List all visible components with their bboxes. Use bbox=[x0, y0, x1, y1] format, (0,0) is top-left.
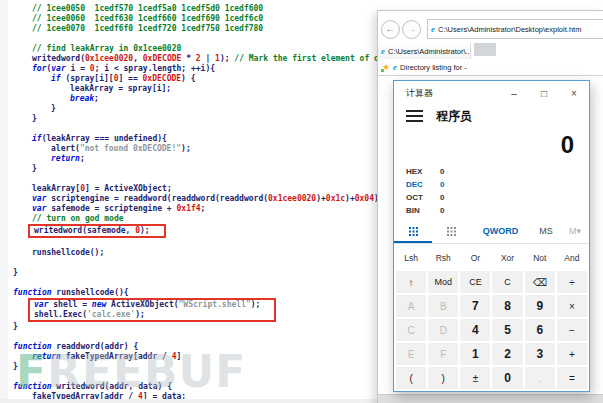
calc-key-hex-a[interactable]: A bbox=[396, 295, 426, 317]
calc-key-rsh[interactable]: Rsh bbox=[428, 247, 458, 269]
new-tab-button[interactable] bbox=[474, 43, 496, 56]
calc-key-and[interactable]: And bbox=[557, 247, 587, 269]
radix-panel: HEX0DEC0OCT0BIN0 bbox=[394, 165, 589, 217]
calc-key-multiply[interactable]: × bbox=[557, 295, 587, 317]
calc-key-hex-d[interactable]: D bbox=[428, 319, 458, 341]
calc-key-one[interactable]: 1 bbox=[460, 343, 490, 365]
calc-key-equals[interactable]: = bbox=[557, 367, 587, 389]
calc-menu-row: 程序员 bbox=[394, 105, 589, 127]
address-text: C:\Users\Administrator\Desktop\exploit.h… bbox=[438, 25, 581, 34]
calc-mode-label: 程序员 bbox=[436, 108, 472, 125]
screenshot-root: // 1cee0050 1cedf570 1cedf5a0 1cedf5d0 1… bbox=[0, 0, 603, 403]
calc-key-eight[interactable]: 8 bbox=[492, 295, 522, 317]
calc-key-seven[interactable]: 7 bbox=[460, 295, 490, 317]
window-bottom-edge bbox=[378, 394, 603, 403]
calc-key-clear-entry[interactable]: CE bbox=[460, 271, 490, 293]
radix-value-oct: 0 bbox=[440, 193, 444, 202]
memory-menu-button[interactable]: M▾ bbox=[561, 226, 589, 236]
radix-value-bin: 0 bbox=[440, 206, 444, 215]
back-button[interactable]: ← bbox=[381, 20, 400, 39]
calc-key-zero[interactable]: 0 bbox=[492, 367, 522, 389]
forward-button[interactable]: → bbox=[402, 20, 421, 39]
radix-row-dec[interactable]: DEC0 bbox=[406, 178, 589, 191]
calc-key-two[interactable]: 2 bbox=[492, 343, 522, 365]
calc-key-mod[interactable]: Mod bbox=[428, 271, 458, 293]
calc-key-subtract[interactable]: − bbox=[557, 319, 587, 341]
word-size-button[interactable]: QWORD bbox=[470, 226, 531, 236]
favorites-star-icon[interactable]: ★ bbox=[382, 63, 390, 72]
calc-key-nine[interactable]: 9 bbox=[525, 295, 555, 317]
maximize-button[interactable]: □ bbox=[529, 88, 559, 99]
calc-key-close-paren[interactable]: ) bbox=[428, 367, 458, 389]
favorites-page-icon: e bbox=[393, 63, 397, 72]
ie-page-icon: e bbox=[431, 25, 435, 34]
radix-row-oct[interactable]: OCT0 bbox=[406, 191, 589, 204]
calc-key-negate[interactable]: ± bbox=[460, 367, 490, 389]
calc-key-xor[interactable]: Xor bbox=[492, 247, 522, 269]
calc-key-five[interactable]: 5 bbox=[492, 319, 522, 341]
address-bar[interactable]: e C:\Users\Administrator\Desktop\exploit… bbox=[427, 19, 603, 39]
calc-key-hex-e[interactable]: E bbox=[396, 343, 426, 365]
radix-value-hex: 0 bbox=[440, 167, 444, 176]
tab-bar: e C:\Users\Administrator\... × bbox=[378, 43, 603, 59]
calc-key-hex-c[interactable]: C bbox=[396, 319, 426, 341]
calc-key-divide[interactable]: ÷ bbox=[557, 271, 587, 293]
calc-key-decimal[interactable]: . bbox=[525, 367, 555, 389]
red-highlight-box: var shell = new ActiveXObject("WScript.s… bbox=[28, 298, 276, 322]
full-keypad-icon[interactable] bbox=[394, 219, 432, 243]
favorites-link[interactable]: Directory listing for - bbox=[400, 63, 467, 72]
favorites-bar: ★ e Directory listing for - bbox=[378, 60, 603, 76]
calc-key-clear[interactable]: C bbox=[492, 271, 522, 293]
calc-key-four[interactable]: 4 bbox=[460, 319, 490, 341]
calc-key-open-paren[interactable]: ( bbox=[396, 367, 426, 389]
radix-row-bin[interactable]: BIN0 bbox=[406, 204, 589, 217]
calc-toolbar: QWORD MS M▾ bbox=[394, 219, 589, 244]
calc-key-shift-up[interactable]: ↑ bbox=[396, 271, 426, 293]
code-line: writedword(safemode, 0); bbox=[30, 226, 150, 236]
memory-store-button[interactable]: MS bbox=[531, 226, 561, 236]
calc-key-hex-f[interactable]: F bbox=[428, 343, 458, 365]
calc-key-lsh[interactable]: Lsh bbox=[396, 247, 426, 269]
calc-key-six[interactable]: 6 bbox=[525, 319, 555, 341]
window-controls: – □ × bbox=[499, 88, 589, 99]
calc-key-or[interactable]: Or bbox=[460, 247, 490, 269]
hamburger-menu-icon[interactable] bbox=[406, 110, 423, 122]
browser-tab[interactable]: e C:\Users\Administrator\... × bbox=[378, 43, 471, 59]
calc-title: 计算器 bbox=[406, 87, 433, 100]
calc-display: 0 bbox=[394, 127, 589, 163]
ie-tab-icon: e bbox=[381, 47, 385, 56]
calculator-window: 计算器 – □ × 程序员 0 HEX0DEC0OCT0BIN0 QWORD M… bbox=[393, 80, 590, 392]
tab-title: C:\Users\Administrator\... bbox=[388, 47, 471, 56]
calc-titlebar: 计算器 – □ × bbox=[394, 81, 589, 105]
calc-key-not[interactable]: Not bbox=[525, 247, 555, 269]
bit-toggle-keypad-icon[interactable] bbox=[432, 219, 470, 243]
minimize-button[interactable]: – bbox=[499, 88, 529, 99]
close-button[interactable]: × bbox=[559, 88, 589, 99]
radix-value-dec: 0 bbox=[440, 180, 444, 189]
radix-row-hex[interactable]: HEX0 bbox=[406, 165, 589, 178]
red-highlight-box: writedword(safemode, 0); bbox=[28, 224, 166, 238]
calc-key-hex-b[interactable]: B bbox=[428, 295, 458, 317]
calc-key-add[interactable]: + bbox=[557, 343, 587, 365]
calc-keypad: LshRshOrXorNotAnd↑ModCEC⌫÷AB789×CD456−EF… bbox=[396, 247, 587, 389]
code-line: shell.Exec('calc.exe'); bbox=[30, 310, 260, 320]
calc-key-backspace[interactable]: ⌫ bbox=[525, 271, 555, 293]
code-line: var shell = new ActiveXObject("WScript.s… bbox=[30, 300, 260, 310]
calc-key-three[interactable]: 3 bbox=[525, 343, 555, 365]
browser-navigation-bar: ← → e C:\Users\Administrator\Desktop\exp… bbox=[381, 19, 603, 39]
